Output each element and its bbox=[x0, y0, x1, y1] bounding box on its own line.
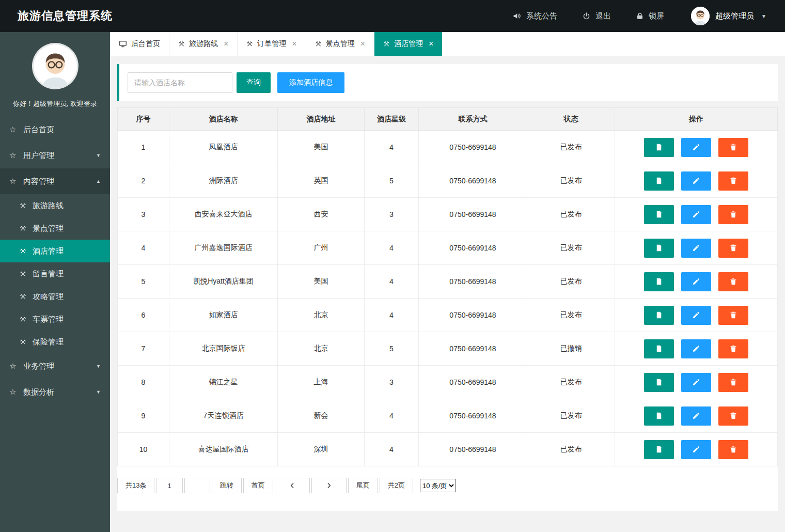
edit-button[interactable] bbox=[681, 373, 711, 392]
tab-travel-routes[interactable]: 旅游路线× bbox=[169, 32, 238, 56]
avatar bbox=[34, 44, 77, 88]
close-icon[interactable]: × bbox=[224, 40, 228, 48]
sidebar-item-label: 业务管理 bbox=[23, 362, 54, 371]
view-button[interactable] bbox=[644, 440, 674, 459]
view-button[interactable] bbox=[644, 239, 674, 258]
table-cell: 3 bbox=[365, 198, 419, 231]
pagination-jump-button[interactable]: 跳转 bbox=[212, 478, 242, 493]
tab-label: 旅游路线 bbox=[189, 39, 218, 49]
pagination-total-pages: 共2页 bbox=[380, 478, 413, 493]
view-button[interactable] bbox=[644, 205, 674, 224]
delete-button[interactable] bbox=[718, 440, 748, 459]
edit-button[interactable] bbox=[681, 239, 711, 258]
view-button[interactable] bbox=[644, 373, 674, 392]
topbar-actions: 系统公告 退出 锁屏 超级管理员 ▼ bbox=[488, 7, 785, 25]
delete-button[interactable] bbox=[718, 171, 748, 191]
pagination-jump-input[interactable] bbox=[184, 478, 210, 493]
view-button[interactable] bbox=[644, 272, 674, 291]
table-cell: 0750-6699148 bbox=[419, 231, 527, 265]
view-button[interactable] bbox=[644, 406, 674, 426]
pencil-icon bbox=[692, 378, 700, 386]
edit-button[interactable] bbox=[681, 205, 711, 224]
delete-button[interactable] bbox=[718, 239, 748, 258]
edit-button[interactable] bbox=[681, 406, 711, 426]
sidebar-item-hotel-mgmt[interactable]: 酒店管理 bbox=[0, 240, 110, 262]
tab-scenic-mgmt[interactable]: 景点管理× bbox=[306, 32, 374, 56]
table-cell: 3 bbox=[365, 366, 419, 399]
edit-button[interactable] bbox=[681, 138, 711, 157]
search-input[interactable] bbox=[128, 72, 232, 93]
table-cell: 5 bbox=[118, 265, 169, 299]
sidebar-item-guide-mgmt[interactable]: 攻略管理 bbox=[0, 285, 110, 308]
sidebar-item-content-mgmt[interactable]: ☆内容管理▲ bbox=[0, 168, 110, 194]
table-cell: 深圳 bbox=[278, 433, 365, 466]
table-cell: 已发布 bbox=[527, 131, 615, 164]
hotel-table: 序号酒店名称酒店地址酒店星级联系方式状态操作 1凤凰酒店美国40750-6699… bbox=[117, 107, 778, 466]
delete-button[interactable] bbox=[718, 205, 748, 224]
table-cell: 喜达屋国际酒店 bbox=[169, 433, 278, 466]
delete-button[interactable] bbox=[718, 306, 748, 325]
lockscreen-label: 锁屏 bbox=[649, 11, 664, 21]
pagination-current-page[interactable]: 1 bbox=[156, 478, 182, 493]
tab-hotel-mgmt[interactable]: 酒店管理× bbox=[374, 32, 442, 56]
pagination-first-button[interactable]: 首页 bbox=[243, 478, 273, 493]
tools-icon bbox=[20, 202, 33, 209]
logout-button[interactable]: 退出 bbox=[582, 11, 611, 21]
view-button[interactable] bbox=[644, 171, 674, 191]
sidebar-item-label: 酒店管理 bbox=[33, 246, 64, 256]
announcement-button[interactable]: 系统公告 bbox=[512, 11, 557, 21]
sidebar-item-business-mgmt[interactable]: ☆业务管理▼ bbox=[0, 353, 110, 379]
tab-order-mgmt[interactable]: 订单管理× bbox=[238, 32, 306, 56]
delete-button[interactable] bbox=[718, 339, 748, 358]
delete-button[interactable] bbox=[718, 406, 748, 426]
column-header: 操作 bbox=[615, 108, 778, 131]
pagination-next-button[interactable] bbox=[311, 478, 347, 493]
edit-button[interactable] bbox=[681, 272, 711, 291]
edit-button[interactable] bbox=[681, 306, 711, 325]
pagination-prev-button[interactable] bbox=[275, 478, 310, 493]
table-row: 5凯悦Hyatt酒店集团美国40750-6699148已发布 bbox=[118, 265, 778, 299]
sidebar-item-insurance-mgmt[interactable]: 保险管理 bbox=[0, 331, 110, 353]
close-icon[interactable]: × bbox=[360, 40, 365, 48]
tools-icon bbox=[315, 41, 322, 48]
sidebar-item-message-mgmt[interactable]: 留言管理 bbox=[0, 262, 110, 285]
edit-button[interactable] bbox=[681, 171, 711, 191]
view-button[interactable] bbox=[644, 339, 674, 358]
table-cell: 已发布 bbox=[527, 399, 615, 433]
delete-button[interactable] bbox=[718, 373, 748, 392]
delete-button[interactable] bbox=[718, 138, 748, 157]
view-button[interactable] bbox=[644, 306, 674, 325]
pagination-last-button[interactable]: 尾页 bbox=[348, 478, 378, 493]
tab-label: 景点管理 bbox=[326, 39, 355, 49]
pagination: 共13条 1 跳转 首页 尾页 共2页 10 条/页 bbox=[117, 478, 778, 493]
table-cell: 4 bbox=[365, 231, 419, 265]
user-menu[interactable]: 超级管理员 ▼ bbox=[691, 7, 766, 25]
avatar bbox=[691, 7, 710, 25]
edit-button[interactable] bbox=[681, 440, 711, 459]
sidebar-item-scenic-mgmt[interactable]: 景点管理 bbox=[0, 217, 110, 240]
pencil-icon bbox=[692, 412, 700, 420]
sidebar-item-data-analysis[interactable]: ☆数据分析▼ bbox=[0, 379, 110, 405]
add-hotel-button[interactable]: 添加酒店信息 bbox=[277, 72, 344, 93]
sidebar-item-user-mgmt[interactable]: ☆用户管理▼ bbox=[0, 143, 110, 168]
tools-icon bbox=[178, 41, 185, 48]
tab-home[interactable]: 后台首页 bbox=[110, 32, 169, 56]
sidebar-item-home[interactable]: ☆后台首页 bbox=[0, 117, 110, 143]
close-icon[interactable]: × bbox=[292, 40, 296, 48]
document-icon bbox=[655, 210, 663, 218]
sidebar-item-ticket-mgmt[interactable]: 车票管理 bbox=[0, 308, 110, 331]
view-button[interactable] bbox=[644, 138, 674, 157]
lockscreen-button[interactable]: 锁屏 bbox=[636, 11, 664, 21]
close-icon[interactable]: × bbox=[429, 40, 433, 48]
search-button[interactable]: 查询 bbox=[237, 72, 271, 93]
delete-button[interactable] bbox=[718, 272, 748, 291]
table-cell: 已发布 bbox=[527, 231, 615, 265]
actions-cell bbox=[615, 366, 778, 399]
table-card: 序号酒店名称酒店地址酒店星级联系方式状态操作 1凤凰酒店美国40750-6699… bbox=[117, 107, 778, 511]
page-size-select[interactable]: 10 条/页 bbox=[420, 479, 456, 492]
pencil-icon bbox=[692, 143, 700, 151]
tools-icon bbox=[246, 41, 253, 48]
sidebar-item-travel-routes[interactable]: 旅游路线 bbox=[0, 194, 110, 217]
table-cell: 广州 bbox=[278, 231, 365, 265]
edit-button[interactable] bbox=[681, 339, 711, 358]
